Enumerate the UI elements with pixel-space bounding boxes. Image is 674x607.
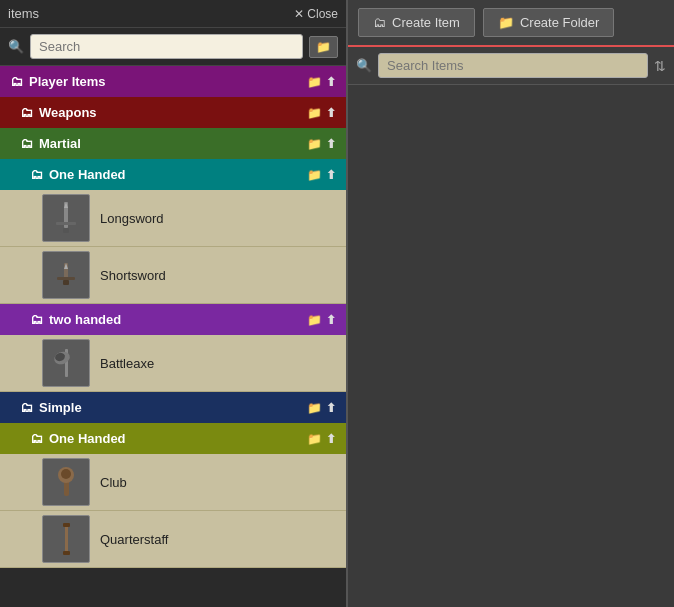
folder-add-subfolder-icon[interactable]: 📁 — [307, 106, 322, 120]
item-name: Battleaxe — [100, 356, 154, 371]
folder-row-left: 🗂 Simple — [20, 400, 82, 415]
folder-row-left: 🗂 two handed — [30, 312, 121, 327]
folder-actions: 📁 ⬆ — [307, 432, 336, 446]
svg-rect-14 — [65, 523, 68, 555]
folder-one-handed-2[interactable]: 🗂 One Handed 📁 ⬆ — [0, 423, 346, 454]
folder-icon: 🗂 — [20, 400, 33, 415]
item-thumbnail — [42, 251, 90, 299]
folder-add-subfolder-icon[interactable]: 📁 — [307, 137, 322, 151]
svg-point-13 — [61, 469, 71, 479]
folder-actions: 📁 ⬆ — [307, 106, 336, 120]
create-folder-button[interactable]: 📁 Create Folder — [483, 8, 614, 37]
folder-import-icon[interactable]: ⬆ — [326, 313, 336, 327]
create-item-label: Create Item — [392, 15, 460, 30]
folder-icon: 🗂 — [30, 312, 43, 327]
folder-label: One Handed — [49, 431, 126, 446]
item-name: Longsword — [100, 211, 164, 226]
folder-icon: 🗂 — [30, 167, 43, 182]
right-content — [348, 85, 674, 607]
sort-icon[interactable]: ⇅ — [654, 58, 666, 74]
item-shortsword[interactable]: Shortsword — [0, 247, 346, 304]
folder-two-handed[interactable]: 🗂 two handed 📁 ⬆ — [0, 304, 346, 335]
item-longsword[interactable]: Longsword — [0, 190, 346, 247]
folder-actions: 📁 ⬆ — [307, 137, 336, 151]
folder-label: Weapons — [39, 105, 97, 120]
panel-title: items — [8, 6, 39, 21]
create-item-icon: 🗂 — [373, 15, 386, 30]
folder-import-icon[interactable]: ⬆ — [326, 137, 336, 151]
search-icon: 🔍 — [8, 39, 24, 54]
folder-import-icon[interactable]: ⬆ — [326, 106, 336, 120]
search-icon: 🔍 — [356, 58, 372, 73]
folder-one-handed-1[interactable]: 🗂 One Handed 📁 ⬆ — [0, 159, 346, 190]
folder-icon: 🗂 — [30, 431, 43, 446]
svg-rect-15 — [63, 551, 70, 555]
create-item-button[interactable]: 🗂 Create Item — [358, 8, 475, 37]
folder-icon: 🗂 — [20, 105, 33, 120]
right-search-row: 🔍 ⇅ — [348, 47, 674, 85]
folder-import-icon[interactable]: ⬆ — [326, 401, 336, 415]
svg-rect-2 — [63, 228, 69, 233]
add-folder-button[interactable]: 📁 — [309, 36, 338, 58]
item-battleaxe[interactable]: Battleaxe — [0, 335, 346, 392]
item-name: Shortsword — [100, 268, 166, 283]
svg-rect-6 — [63, 280, 69, 285]
tree-container: 🗂 Player Items 📁 ⬆ 🗂 Weapons 📁 ⬆ 🗂 — [0, 66, 346, 607]
folder-import-icon[interactable]: ⬆ — [326, 75, 336, 89]
folder-label: Martial — [39, 136, 81, 151]
folder-add-subfolder-icon[interactable]: 📁 — [307, 313, 322, 327]
folder-row-left: 🗂 Weapons — [20, 105, 97, 120]
create-folder-icon: 📁 — [498, 15, 514, 30]
folder-add-subfolder-icon[interactable]: 📁 — [307, 75, 322, 89]
folder-label: One Handed — [49, 167, 126, 182]
right-panel: 🗂 Create Item 📁 Create Folder 🔍 ⇅ — [348, 0, 674, 607]
item-thumbnail — [42, 194, 90, 242]
item-thumbnail — [42, 339, 90, 387]
folder-weapons[interactable]: 🗂 Weapons 📁 ⬆ — [0, 97, 346, 128]
folder-import-icon[interactable]: ⬆ — [326, 432, 336, 446]
folder-row-left: 🗂 One Handed — [30, 167, 126, 182]
folder-add-subfolder-icon[interactable]: 📁 — [307, 168, 322, 182]
svg-rect-16 — [63, 523, 70, 527]
svg-rect-1 — [56, 222, 76, 225]
close-button[interactable]: ✕ Close — [294, 7, 338, 21]
folder-label: Simple — [39, 400, 82, 415]
svg-rect-5 — [57, 277, 75, 280]
folder-actions: 📁 ⬆ — [307, 313, 336, 327]
folder-actions: 📁 ⬆ — [307, 168, 336, 182]
search-input[interactable] — [30, 34, 303, 59]
folder-row-left: 🗂 Martial — [20, 136, 81, 151]
folder-label: two handed — [49, 312, 121, 327]
item-club[interactable]: Club — [0, 454, 346, 511]
folder-row-left: 🗂 One Handed — [30, 431, 126, 446]
folder-row-left: 🗂 Player Items — [10, 74, 106, 89]
folder-add-subfolder-icon[interactable]: 📁 — [307, 401, 322, 415]
left-search-row: 🔍 📁 — [0, 28, 346, 66]
folder-icon: 🗂 — [20, 136, 33, 151]
folder-icon: 🗂 — [10, 74, 23, 89]
item-thumbnail — [42, 458, 90, 506]
folder-label: Player Items — [29, 74, 106, 89]
left-header: items ✕ Close — [0, 0, 346, 28]
search-items-input[interactable] — [378, 53, 648, 78]
folder-simple[interactable]: 🗂 Simple 📁 ⬆ — [0, 392, 346, 423]
folder-player-items[interactable]: 🗂 Player Items 📁 ⬆ — [0, 66, 346, 97]
item-name: Club — [100, 475, 127, 490]
left-panel: items ✕ Close 🔍 📁 🗂 Player Items 📁 ⬆ 🗂 W… — [0, 0, 348, 607]
right-toolbar: 🗂 Create Item 📁 Create Folder — [348, 0, 674, 47]
create-folder-label: Create Folder — [520, 15, 599, 30]
folder-actions: 📁 ⬆ — [307, 75, 336, 89]
item-name: Quarterstaff — [100, 532, 168, 547]
folder-actions: 📁 ⬆ — [307, 401, 336, 415]
item-quarterstaff[interactable]: Quarterstaff — [0, 511, 346, 568]
folder-add-subfolder-icon[interactable]: 📁 — [307, 432, 322, 446]
folder-import-icon[interactable]: ⬆ — [326, 168, 336, 182]
folder-martial[interactable]: 🗂 Martial 📁 ⬆ — [0, 128, 346, 159]
item-thumbnail — [42, 515, 90, 563]
